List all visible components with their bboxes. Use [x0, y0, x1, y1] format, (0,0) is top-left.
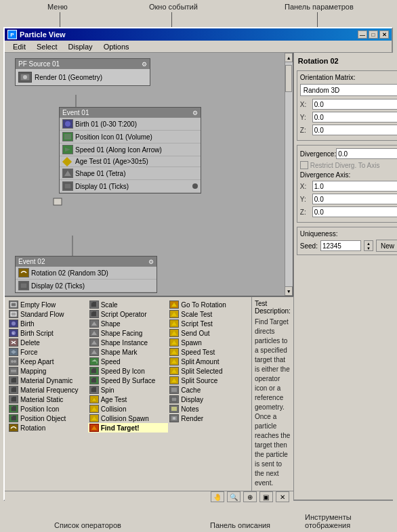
menu-display[interactable]: Display — [63, 41, 98, 52]
op-material-static[interactable]: ⬛ Material Static — [7, 395, 88, 404]
seed-up[interactable]: ▲ — [364, 241, 373, 246]
event-02-box[interactable]: Event 02 ⚙ Rotation 02 (Random 3D) Dis — [15, 256, 157, 293]
y-input[interactable] — [312, 112, 397, 123]
toolbar-frame-button[interactable]: ▣ — [259, 491, 273, 502]
render-label: Render 01 (Geometry) — [35, 74, 102, 81]
op-standard-flow[interactable]: Standard Flow — [7, 309, 88, 319]
op-spin[interactable]: ⬛ Spin — [88, 385, 169, 395]
event-01-settings-icon[interactable]: ⚙ — [192, 110, 198, 116]
svg-marker-36 — [91, 426, 97, 430]
vertical-scrollbar[interactable]: ▲ ▼ — [285, 53, 293, 296]
event-row-shape[interactable]: Shape 01 (Tetra) — [60, 167, 201, 180]
seed-down[interactable]: ▼ — [364, 246, 373, 250]
op-position-icon[interactable]: ⬛ Position Icon — [7, 404, 88, 414]
op-cache[interactable]: Cache — [168, 385, 249, 395]
op-split-selected[interactable]: Split Selected — [168, 366, 249, 376]
op-render[interactable]: Render — [168, 414, 249, 423]
canvas-area[interactable]: PF Source 01 ⚙ Render 01 (Geometry) Even… — [5, 53, 293, 296]
op-split-source[interactable]: Split Source — [168, 376, 249, 385]
op-notes[interactable]: Notes — [168, 404, 249, 414]
keep-apart-icon — [9, 357, 18, 365]
x-input[interactable] — [312, 99, 397, 110]
svg-marker-42 — [171, 350, 177, 354]
toolbar-close-button[interactable]: ✕ — [276, 491, 289, 502]
event-01-box[interactable]: Event 01 ⚙ Birth 01 (0-30 T:200) Posit — [59, 107, 201, 194]
op-keep-apart[interactable]: Keep Apart — [7, 357, 88, 366]
svg-rect-46 — [171, 388, 177, 392]
event-02-settings-icon[interactable]: ⚙ — [148, 259, 154, 265]
birth-label: Birth 01 (0-30 T:200) — [75, 120, 137, 128]
pf-source-box[interactable]: PF Source 01 ⚙ Render 01 (Geometry) — [15, 58, 150, 86]
divergence-input[interactable] — [336, 148, 397, 159]
op-mapping[interactable]: Mapping — [7, 366, 88, 376]
seed-input[interactable] — [320, 240, 361, 251]
new-button[interactable]: New — [376, 240, 397, 252]
z-input[interactable] — [312, 125, 397, 135]
op-collision[interactable]: Collision — [88, 404, 169, 414]
op-find-target[interactable]: Find Target! — [88, 423, 169, 433]
pf-source-settings-icon[interactable]: ⚙ — [142, 61, 147, 68]
force-icon — [9, 348, 18, 356]
seed-spinner[interactable]: ▲ ▼ — [364, 240, 373, 251]
event-row-display[interactable]: Display 01 (Ticks) — [60, 180, 201, 193]
menu-edit[interactable]: Edit — [7, 41, 31, 52]
event-row-rotation[interactable]: Rotation 02 (Random 3D) — [16, 267, 156, 280]
op-scale-test[interactable]: Scale Test — [168, 309, 249, 319]
display2-label: Display 02 (Ticks) — [31, 282, 85, 290]
menu-options[interactable]: Options — [98, 41, 135, 52]
div-y-input[interactable] — [312, 194, 397, 204]
event-row-age[interactable]: Age Test 01 (Age>30±5) — [60, 156, 201, 167]
op-birth[interactable]: Birth — [7, 319, 88, 328]
content-area: PF Source 01 ⚙ Render 01 (Geometry) Even… — [5, 53, 392, 500]
scroll-thumb[interactable] — [285, 65, 292, 92]
minimize-button[interactable]: — — [358, 30, 367, 39]
op-scale[interactable]: ⬛ Scale — [88, 300, 169, 309]
op-shape-instance[interactable]: Shape Instance — [88, 338, 169, 347]
scroll-up-button[interactable]: ▲ — [285, 53, 293, 62]
toolbar-hand-button[interactable]: 🤚 — [211, 491, 224, 502]
menu-select[interactable]: Select — [31, 41, 63, 52]
op-speed-by-icon[interactable]: ⬛ Speed By Icon — [88, 366, 169, 376]
op-empty-flow[interactable]: Empty Flow — [7, 300, 88, 309]
op-material-frequency[interactable]: ⬛ Material Frequency — [7, 385, 88, 395]
op-script-operator[interactable]: ⬛ Script Operator — [88, 309, 169, 319]
op-go-to-rotation[interactable]: Go To Rotation — [168, 300, 249, 309]
orientation-matrix-select[interactable]: Random 3D — [300, 84, 397, 96]
event-row-birth[interactable]: Birth 01 (0-30 T:200) — [60, 118, 201, 131]
op-speed-test[interactable]: Speed Test — [168, 347, 249, 357]
op-collision-spawn[interactable]: Collision Spawn — [88, 414, 169, 423]
op-material-dynamic[interactable]: ⬛ Material Dynamic — [7, 376, 88, 385]
op-speed-by-surface[interactable]: ⬛ Speed By Surface — [88, 376, 169, 385]
event-row-display2[interactable]: Display 02 (Ticks) — [16, 280, 156, 292]
op-force[interactable]: Force — [7, 347, 88, 357]
div-x-input[interactable] — [312, 181, 397, 192]
close-button[interactable]: ✕ — [379, 30, 389, 39]
op-shape[interactable]: Shape — [88, 319, 169, 328]
op-speed[interactable]: Speed — [88, 357, 169, 366]
shape-mark-icon — [89, 348, 99, 356]
op-spawn[interactable]: Spawn — [168, 338, 249, 347]
op-shape-facing[interactable]: Shape Facing — [88, 328, 169, 338]
event-row-speed[interactable]: Speed 01 (Along Icon Arrow) — [60, 143, 201, 156]
op-rotation[interactable]: Rotation — [7, 423, 88, 433]
restrict-checkbox[interactable] — [300, 161, 308, 169]
divergence-group: Divergence: ▲ ▼ Restrict Diverg. To Axis… — [297, 145, 397, 223]
div-z-input[interactable] — [312, 206, 397, 217]
op-position-object[interactable]: ⬛ Position Object — [7, 414, 88, 423]
toolbar-zoom-button[interactable]: 🔍 — [227, 491, 241, 502]
toolbar-zoom-extents-button[interactable]: ⊕ — [243, 491, 257, 502]
maximize-button[interactable]: □ — [369, 30, 378, 39]
op-script-test[interactable]: Script Test — [168, 319, 249, 328]
event-row-position[interactable]: Position Icon 01 (Volume) — [60, 131, 201, 143]
birth-script-icon: S — [9, 329, 18, 337]
op-age-test[interactable]: Age Test — [88, 395, 169, 404]
op-birth-script[interactable]: S Birth Script — [7, 328, 88, 338]
scroll-down-button[interactable]: ▼ — [285, 286, 293, 296]
op-display[interactable]: Display — [168, 395, 249, 404]
op-split-amount[interactable]: Split Amount — [168, 357, 249, 366]
display-dot — [192, 183, 198, 189]
op-send-out[interactable]: Send Out — [168, 328, 249, 338]
op-delete[interactable]: Delete — [7, 338, 88, 347]
spawn-icon — [169, 338, 179, 347]
op-shape-mark[interactable]: Shape Mark — [88, 347, 169, 357]
